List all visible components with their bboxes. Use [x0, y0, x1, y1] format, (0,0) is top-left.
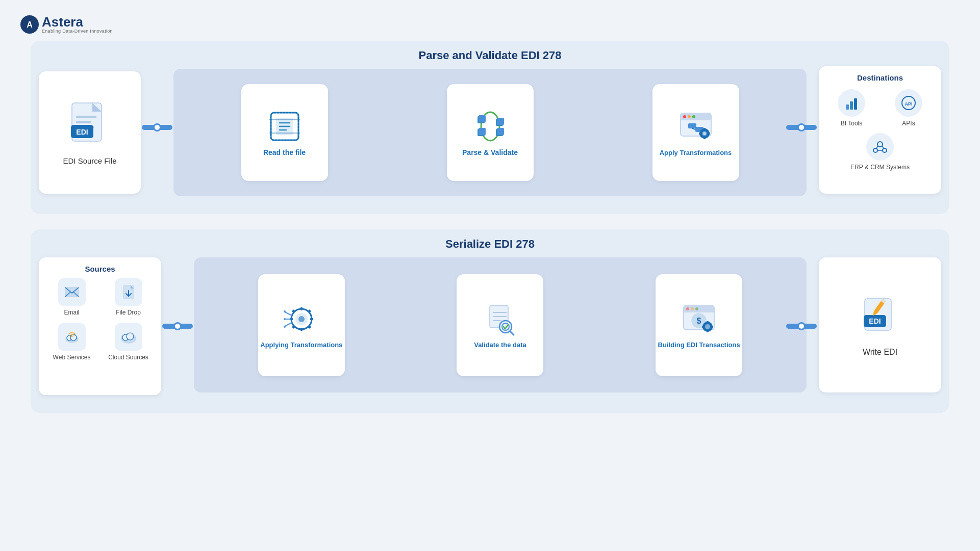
svg-rect-100: [707, 321, 709, 323]
svg-rect-41: [708, 133, 710, 135]
connector-right-bottom: [786, 324, 817, 329]
building-edi-icon: $: [681, 301, 717, 337]
bottom-section: Serialize EDI 278 Sources Email: [31, 229, 949, 413]
step-validate-data-label: Validate the data: [474, 341, 526, 349]
source-file-drop: File Drop: [104, 278, 153, 316]
svg-rect-20: [479, 115, 486, 122]
connector-left-bottom: [162, 324, 193, 329]
sources-panel: Sources Email: [39, 257, 161, 395]
step-building-edi-label: Building EDI Transactions: [658, 341, 740, 349]
svg-point-65: [127, 333, 134, 340]
file-drop-label: File Drop: [116, 309, 141, 316]
write-edi-label: Write EDI: [863, 348, 897, 357]
svg-text:A: A: [27, 20, 33, 29]
validate-data-icon: [482, 301, 518, 337]
svg-rect-75: [308, 309, 311, 313]
bi-tools-label: BI Tools: [841, 120, 862, 127]
pipeline-bottom: Applying Transformations Validate the da…: [194, 257, 807, 392]
dest-bi-tools: BI Tools: [826, 89, 877, 127]
svg-rect-43: [850, 101, 853, 110]
step-apply-transform: Apply Transformations: [652, 84, 739, 181]
svg-point-49: [883, 148, 887, 152]
destinations-title: Destinations: [826, 73, 934, 82]
api-label: APIs: [902, 120, 915, 127]
file-drop-icon: [120, 284, 137, 300]
svg-rect-40: [699, 133, 701, 135]
connector-right-top: [786, 125, 817, 130]
sources-title: Sources: [39, 257, 161, 278]
svg-text:$: $: [697, 317, 701, 325]
svg-rect-69: [300, 307, 303, 310]
svg-rect-76: [292, 325, 295, 329]
svg-rect-6: [76, 121, 91, 123]
svg-text:API: API: [904, 101, 912, 107]
dest-erp-crm: ERP & CRM Systems: [826, 133, 934, 171]
bi-tools-icon: [844, 95, 859, 111]
write-edi-panel: EDI Write EDI: [819, 257, 941, 392]
source-web-services: Web Services: [47, 323, 96, 361]
step-read-file: Read the file: [241, 84, 328, 181]
step-building-edi: $ Building EDI Transactions: [656, 274, 742, 376]
web-services-label: Web Services: [53, 354, 91, 361]
logo-tagline: Enabling Data-Driven Innovation: [42, 29, 113, 34]
step-applying-transform: Applying Transformations: [258, 274, 345, 376]
web-services-icon: [64, 329, 80, 345]
svg-point-99: [705, 324, 710, 329]
bottom-section-title: Serialize EDI 278: [39, 238, 941, 251]
svg-point-95: [695, 307, 698, 310]
api-icon-wrap: API: [895, 89, 922, 117]
source-email: Email: [47, 278, 96, 316]
svg-point-48: [873, 148, 877, 152]
logo: A Astera Enabling Data-Driven Innovation: [20, 15, 113, 34]
step-apply-transform-label: Apply Transformations: [660, 149, 732, 156]
edi-source-icon: EDI: [67, 100, 113, 151]
svg-point-81: [284, 318, 286, 320]
pipeline-top: Read the file Parse & Validate: [173, 69, 807, 196]
destinations-panel: Destinations BI Tools: [819, 66, 941, 194]
svg-rect-26: [497, 128, 504, 135]
cloud-sources-icon: [120, 329, 137, 345]
erp-crm-label: ERP & CRM Systems: [850, 164, 910, 171]
svg-rect-73: [292, 309, 295, 313]
step-read-file-label: Read the file: [263, 148, 306, 156]
svg-line-51: [882, 146, 884, 148]
svg-point-31: [692, 115, 695, 118]
write-edi-icon: EDI: [857, 294, 903, 339]
step-parse-validate: Parse & Validate: [447, 84, 534, 181]
svg-rect-5: [76, 116, 96, 118]
svg-text:EDI: EDI: [76, 128, 88, 136]
svg-line-50: [876, 146, 878, 148]
cloud-sources-icon-wrap: [115, 323, 142, 351]
svg-rect-22: [497, 118, 504, 125]
dest-apis: API APIs: [883, 89, 934, 127]
logo-name: Astera: [42, 15, 113, 29]
erp-crm-icon: [872, 139, 888, 154]
svg-point-80: [284, 310, 286, 312]
edi-source-label: EDI Source File: [63, 156, 116, 165]
svg-rect-42: [846, 104, 849, 110]
applying-transform-icon: [284, 301, 319, 337]
source-cloud-sources: Cloud Sources: [104, 323, 153, 361]
svg-rect-32: [688, 123, 696, 128]
web-services-icon-wrap: [58, 323, 86, 351]
svg-point-93: [686, 307, 689, 310]
step-applying-transform-label: Applying Transformations: [260, 341, 342, 349]
svg-rect-101: [707, 330, 709, 332]
file-drop-icon-wrap: [115, 278, 142, 306]
svg-line-89: [510, 331, 514, 335]
top-section-title: Parse and Validate EDI 278: [39, 49, 941, 62]
svg-point-94: [691, 307, 694, 310]
email-icon: [64, 284, 80, 300]
svg-rect-39: [703, 137, 706, 139]
cloud-sources-label: Cloud Sources: [108, 354, 148, 361]
svg-text:EDI: EDI: [869, 317, 881, 325]
svg-point-37: [703, 132, 706, 135]
step-parse-validate-label: Parse & Validate: [462, 148, 518, 156]
svg-point-30: [688, 115, 691, 118]
email-label: Email: [64, 309, 79, 316]
edi-source-card: EDI EDI Source File: [39, 71, 141, 194]
read-file-icon: [267, 109, 303, 144]
top-section: Parse and Validate EDI 278 EDI EDI Sourc…: [31, 41, 949, 214]
erp-crm-icon-wrap: [866, 133, 894, 161]
svg-rect-24: [479, 128, 486, 135]
